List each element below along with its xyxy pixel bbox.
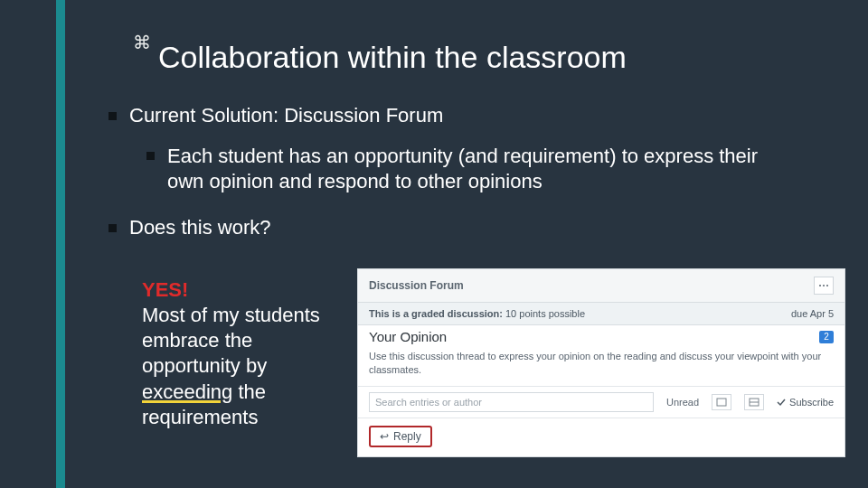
toolbar-icon-2[interactable] bbox=[744, 394, 764, 410]
unread-badge: 2 bbox=[819, 331, 834, 343]
graded-bar: This is a graded discussion: 10 points p… bbox=[358, 303, 844, 325]
graded-rest: 10 points possible bbox=[503, 308, 585, 319]
slide: ⌘ Collaboration within the classroom Cur… bbox=[0, 0, 868, 488]
graded-text: This is a graded discussion: 10 points p… bbox=[369, 308, 585, 319]
forum-header: Discussion Forum bbox=[358, 269, 844, 303]
bullet-level1: Current Solution: Discussion Forum bbox=[108, 104, 823, 127]
answer-exceeding: exceeding bbox=[142, 380, 232, 403]
forum-toolbar: Search entries or author Unread Subscrib… bbox=[358, 387, 844, 418]
search-input[interactable]: Search entries or author bbox=[369, 392, 654, 412]
subscribe-button[interactable]: Subscribe bbox=[777, 397, 834, 408]
due-date: due Apr 5 bbox=[791, 308, 834, 319]
content-area: Current Solution: Discussion Forum Each … bbox=[108, 104, 823, 256]
subscribe-label: Subscribe bbox=[789, 397, 834, 408]
toolbar-icon-1[interactable] bbox=[712, 394, 731, 410]
forum-header-title: Discussion Forum bbox=[369, 279, 464, 292]
opinion-row: Your Opinion 2 bbox=[358, 325, 844, 346]
bullet-square-icon bbox=[108, 224, 117, 232]
answer-line1: Most of my students embrace the opportun… bbox=[142, 304, 320, 377]
graded-bold: This is a graded discussion: bbox=[369, 308, 503, 319]
bullet-text: Current Solution: Discussion Forum bbox=[129, 104, 443, 127]
reply-arrow-icon: ↩ bbox=[380, 430, 389, 443]
bullet-level1: Does this work? bbox=[108, 216, 823, 239]
opinion-title: Your Opinion bbox=[369, 329, 447, 344]
accent-bar bbox=[56, 0, 65, 488]
slide-title: Collaboration within the classroom bbox=[158, 40, 627, 75]
unread-filter[interactable]: Unread bbox=[666, 397, 699, 408]
bullet-square-icon bbox=[108, 112, 117, 120]
answer-yes: YES! bbox=[142, 278, 188, 301]
reply-label: Reply bbox=[393, 430, 421, 443]
answer-block: YES! Most of my students embrace the opp… bbox=[142, 277, 341, 430]
forum-screenshot: Discussion Forum This is a graded discus… bbox=[357, 268, 845, 457]
decorative-mark: ⌘ bbox=[133, 32, 147, 53]
svg-rect-0 bbox=[717, 399, 726, 406]
reply-button[interactable]: ↩ Reply bbox=[369, 426, 432, 447]
reply-row: ↩ Reply bbox=[358, 418, 844, 456]
opinion-description: Use this discussion thread to express yo… bbox=[358, 346, 844, 387]
bullet-square-icon bbox=[146, 152, 155, 160]
more-menu-button[interactable] bbox=[814, 277, 834, 295]
bullet-level2: Each student has an opportunity (and req… bbox=[146, 144, 779, 194]
check-icon bbox=[777, 398, 786, 407]
bullet-text: Each student has an opportunity (and req… bbox=[167, 144, 779, 194]
bullet-text: Does this work? bbox=[129, 216, 271, 239]
